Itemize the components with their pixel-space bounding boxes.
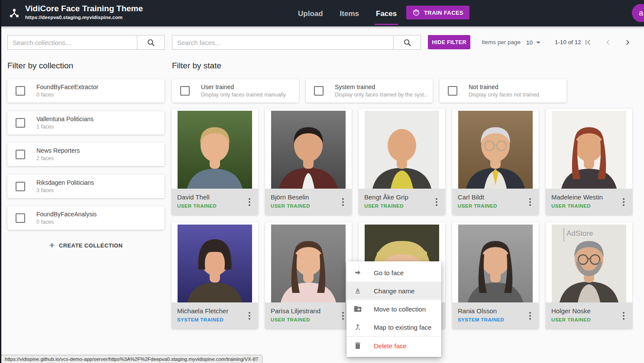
menu-item-move-to-collection[interactable]: Move to collection [346,300,441,318]
menu-item-change-name[interactable]: A Change name [346,282,441,300]
collection-card-text: FoundByFaceAnalysis 0 faces [36,210,97,226]
search-collections-input[interactable] [8,35,137,49]
create-collection-button[interactable]: + CREATE COLLECTION [7,239,165,252]
collection-checkbox[interactable] [16,150,25,159]
face-card-footer: Rania Olsson SYSTEM TRAINED [452,302,539,329]
more-options-icon[interactable] [618,196,629,209]
state-filter-card[interactable]: User trained Display only faces trained … [172,79,299,103]
collection-checkbox[interactable] [16,118,25,128]
face-card: Parisa Liljestrand USER TRAINED [265,222,352,329]
face-photo[interactable] [458,111,533,189]
collection-card-text: FoundByFaceExtractor 0 faces [36,83,98,99]
state-checkbox[interactable] [180,86,190,96]
collection-name: Riksdagen Politicians [36,179,94,187]
menu-item-delete-face[interactable]: Delete face [346,337,441,355]
collection-filter-card[interactable]: News Reporters 2 faces [7,143,165,166]
face-card-footer: Madeleine Westin USER TRAINED [546,189,632,215]
face-photo[interactable] [552,111,626,189]
state-description: Display only faces trained manually [201,91,286,99]
more-options-icon[interactable] [244,196,255,209]
menu-item-go-to-face[interactable]: Go to face [346,263,441,282]
tab-items[interactable]: Items [339,0,360,26]
search-faces-button[interactable] [393,35,421,49]
search-faces-input[interactable] [172,35,393,49]
user-avatar[interactable]: a [632,4,644,22]
collection-filter-card[interactable]: FoundByFaceAnalysis 0 faces [7,206,165,230]
collection-card-text: News Reporters 2 faces [36,147,80,162]
collection-name: FoundByFaceAnalysis [36,210,97,218]
collection-checkbox[interactable] [16,86,25,96]
face-card-footer: David Thell USER TRAINED [172,189,258,215]
state-checkbox[interactable] [314,86,324,96]
nav-tabs: UploadItemsFaces [297,0,398,26]
state-description: Display only faces trained by the syst..… [335,91,427,99]
items-per-page-label: Items per page [482,35,521,50]
face-name: Carl Bildt [458,193,524,201]
state-description: Display only faces not trained [469,91,539,99]
collection-filter-card[interactable]: FoundByFaceExtractor 0 faces [7,79,165,103]
state-card-text: System trained Display only faces traine… [335,83,427,99]
hide-filter-button[interactable]: HIDE FILTER [428,35,470,49]
search-collections-button[interactable] [137,35,164,49]
face-name: Bengt Åke Grip [364,193,430,201]
chevron-down-icon [536,42,540,44]
collection-face-count: 3 faces [36,187,94,194]
face-photo[interactable] [271,111,346,189]
face-photo[interactable] [271,225,346,302]
face-card-footer: Bengt Åke Grip USER TRAINED [359,189,445,215]
tab-faces[interactable]: Faces [375,0,398,26]
collection-name: FoundByFaceExtractor [36,83,98,91]
collection-filter-card[interactable]: Riksdagen Politicians 3 faces [7,175,165,198]
items-per-page-select[interactable]: 10 [526,35,540,50]
menu-item-label: Change name [374,287,414,295]
search-faces-box [172,35,421,50]
face-photo[interactable] [458,225,533,302]
train-faces-button[interactable]: TRAIN FACES [406,6,469,19]
face-state-badge: SYSTEM TRAINED [177,317,243,322]
link-status-bar: https://vidispine.github.io/vcs-demo-app… [1,355,262,363]
face-state-badge: USER TRAINED [271,203,337,209]
more-options-icon[interactable] [244,309,255,322]
title-block: VidiCore Face Training Theme https://dee… [25,3,143,21]
more-options-icon[interactable] [524,309,536,322]
arrow-right-icon [353,268,362,277]
face-name: Holger Noske [551,307,618,315]
face-card: Madeleine Westin USER TRAINED [546,109,632,215]
more-options-icon[interactable] [524,196,536,209]
face-name: Björn Beselin [271,193,337,201]
menu-item-label: Delete face [374,342,407,350]
more-options-icon[interactable] [618,309,629,322]
face-card: Rania Olsson SYSTEM TRAINED [452,222,539,329]
more-options-icon[interactable] [337,196,349,209]
next-page-button[interactable] [622,37,633,48]
face-card: Bengt Åke Grip USER TRAINED [359,109,445,215]
collection-face-count: 0 faces [36,91,98,99]
face-name: David Thell [177,193,243,201]
collection-name: News Reporters [36,147,80,155]
state-filter-card[interactable]: System trained Display only faces traine… [306,79,433,103]
server-url: https://deepva0.staging.myvidispine.com [25,14,143,21]
face-photo[interactable] [178,111,252,189]
collection-checkbox[interactable] [16,182,25,191]
state-filter-card[interactable]: Not trained Display only faces not train… [440,79,566,103]
first-page-icon [583,38,593,47]
menu-item-map-to-existing-face[interactable]: Map to existing face [346,318,441,336]
tab-upload[interactable]: Upload [297,0,324,26]
collection-name: Vallentuna Politicians [36,115,94,123]
state-title: User trained [201,83,286,91]
face-photo[interactable] [365,111,439,189]
train-faces-label: TRAIN FACES [424,10,463,16]
search-icon [403,38,412,47]
collection-filter-card[interactable]: Vallentuna Politicians 1 faces [7,111,165,135]
rename-icon: A [353,286,362,295]
svg-text:AdStore: AdStore [566,229,593,238]
collection-checkbox[interactable] [16,213,25,223]
first-page-button[interactable] [583,37,593,48]
face-photo[interactable]: AdStore [552,225,626,302]
previous-page-button[interactable] [603,37,613,48]
pagination-range-label: 1-10 of 12 [555,35,581,50]
more-options-icon[interactable] [431,196,442,209]
state-checkbox[interactable] [448,86,457,96]
face-card: AdStore Holger Noske USER TRAINED [546,222,632,329]
face-photo[interactable] [178,225,252,302]
